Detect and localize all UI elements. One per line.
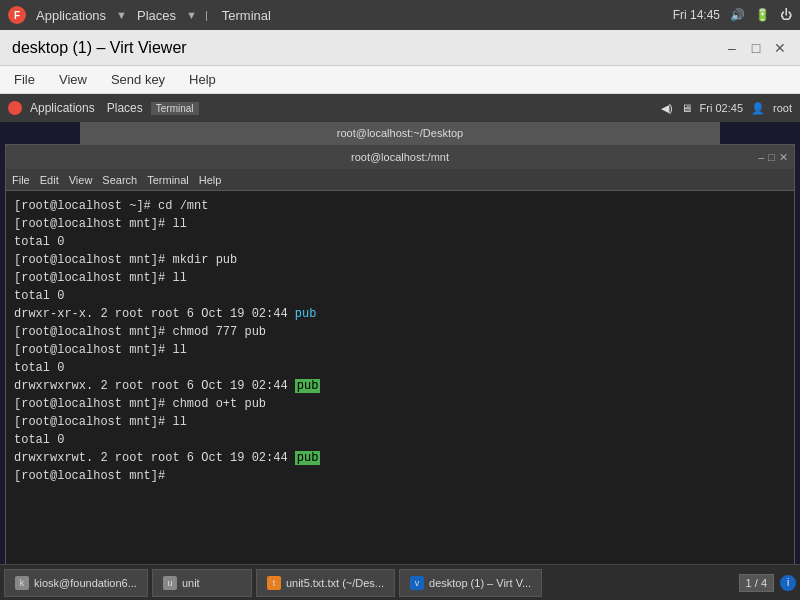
menu-file[interactable]: File: [8, 70, 41, 89]
inner-fedora-logo: [8, 101, 22, 115]
terminal-line-11: drwxrwxrwx. 2 root root 6 Oct 19 02:44 p…: [14, 377, 786, 395]
virt-titlebar: desktop (1) – Virt Viewer – □ ✕: [0, 30, 800, 66]
terminal-line-1: [root@localhost ~]# cd /mnt: [14, 197, 786, 215]
terminal-line-9: [root@localhost mnt]# ll: [14, 341, 786, 359]
terminal-close-btn[interactable]: ✕: [779, 151, 788, 164]
desktop-title: root@localhost:~/Desktop: [337, 127, 463, 139]
maximize-button[interactable]: □: [748, 40, 764, 56]
outer-taskbar-virt[interactable]: v desktop (1) – Virt V...: [399, 569, 542, 597]
dir-pub-blue: pub: [295, 307, 317, 321]
terminal-line-15: drwxrwxrwt. 2 root root 6 Oct 19 02:44 p…: [14, 449, 786, 467]
terminal-window[interactable]: root@localhost:/mnt – □ ✕ File Edit View…: [5, 144, 795, 568]
dir-pub-green-1: pub: [295, 379, 321, 393]
terminal-menu-terminal[interactable]: Terminal: [147, 174, 189, 186]
virt-viewer-window: desktop (1) – Virt Viewer – □ ✕ File Vie…: [0, 30, 800, 600]
kiosk-task-icon: k: [15, 576, 29, 590]
terminal-line-3: total 0: [14, 233, 786, 251]
inner-speaker-icon: ◀): [661, 102, 673, 115]
outer-taskbar-kiosk[interactable]: k kiosk@foundation6...: [4, 569, 148, 597]
system-bar: F Applications ▼ Places ▼ | Terminal Fri…: [0, 0, 800, 30]
terminal-line-13: [root@localhost mnt]# ll: [14, 413, 786, 431]
unit5-task-label: unit5.txt.txt (~/Des...: [286, 577, 384, 589]
virt-task-label: desktop (1) – Virt V...: [429, 577, 531, 589]
inner-system-bar: Applications Places Terminal ◀) 🖥 Fri 02…: [0, 94, 800, 122]
terminal-line-6: total 0: [14, 287, 786, 305]
terminal-maximize-btn[interactable]: □: [768, 151, 775, 164]
inner-user-label: root: [773, 102, 792, 114]
terminal-menu-view[interactable]: View: [69, 174, 93, 186]
terminal-menu-search[interactable]: Search: [102, 174, 137, 186]
terminal-line-5: [root@localhost mnt]# ll: [14, 269, 786, 287]
terminal-minimize-btn[interactable]: –: [758, 151, 764, 164]
close-button[interactable]: ✕: [772, 40, 788, 56]
system-time: Fri 14:45: [673, 8, 720, 22]
terminal-line-2: [root@localhost mnt]# ll: [14, 215, 786, 233]
terminal-title: root@localhost:/mnt: [351, 151, 449, 163]
terminal-line-8: [root@localhost mnt]# chmod 777 pub: [14, 323, 786, 341]
outer-pager[interactable]: 1 / 4: [739, 574, 774, 592]
inner-time: Fri 02:45: [700, 102, 743, 114]
power-icon: ⏻: [780, 8, 792, 22]
unit5-task-icon: t: [267, 576, 281, 590]
outer-info-icon[interactable]: i: [780, 575, 796, 591]
terminal-titlebar-buttons: – □ ✕: [758, 151, 788, 164]
battery-icon: 🔋: [755, 8, 770, 22]
system-bar-right: Fri 14:45 🔊 🔋 ⏻: [673, 8, 792, 22]
vm-display: Applications Places Terminal ◀) 🖥 Fri 02…: [0, 94, 800, 600]
menu-send-key[interactable]: Send key: [105, 70, 171, 89]
unit-task-label: unit: [182, 577, 200, 589]
outer-taskbar-unit[interactable]: u unit: [152, 569, 252, 597]
inner-bar-right: ◀) 🖥 Fri 02:45 👤 root: [661, 102, 792, 115]
speaker-icon: 🔊: [730, 8, 745, 22]
dir-pub-green-2: pub: [295, 451, 321, 465]
terminal-line-16: [root@localhost mnt]#: [14, 467, 786, 485]
terminal-line-4: [root@localhost mnt]# mkdir pub: [14, 251, 786, 269]
terminal-line-14: total 0: [14, 431, 786, 449]
inner-bar-left: Applications Places Terminal: [8, 101, 199, 115]
desktop-titlebar: root@localhost:~/Desktop: [80, 122, 720, 144]
inner-monitor-icon: 🖥: [681, 102, 692, 114]
virt-task-icon: v: [410, 576, 424, 590]
virt-window-title: desktop (1) – Virt Viewer: [12, 39, 187, 57]
inner-applications-menu[interactable]: Applications: [26, 101, 99, 115]
virt-titlebar-buttons: – □ ✕: [724, 40, 788, 56]
menu-view[interactable]: View: [53, 70, 93, 89]
terminal-titlebar: root@localhost:/mnt – □ ✕: [6, 145, 794, 169]
terminal-menubar: File Edit View Search Terminal Help: [6, 169, 794, 191]
unit-task-icon: u: [163, 576, 177, 590]
terminal-line-12: [root@localhost mnt]# chmod o+t pub: [14, 395, 786, 413]
minimize-button[interactable]: –: [724, 40, 740, 56]
terminal-menu-file[interactable]: File: [12, 174, 30, 186]
outer-taskbar-unit5[interactable]: t unit5.txt.txt (~/Des...: [256, 569, 395, 597]
menu-help[interactable]: Help: [183, 70, 222, 89]
inner-places-menu[interactable]: Places: [103, 101, 147, 115]
kiosk-task-label: kiosk@foundation6...: [34, 577, 137, 589]
applications-menu[interactable]: Applications: [30, 8, 112, 23]
fedora-logo: F: [8, 6, 26, 24]
system-bar-left: F Applications ▼ Places ▼ | Terminal: [8, 6, 277, 24]
terminal-line-7: drwxr-xr-x. 2 root root 6 Oct 19 02:44 p…: [14, 305, 786, 323]
terminal-menu-help[interactable]: Help: [199, 174, 222, 186]
places-menu[interactable]: Places: [131, 8, 182, 23]
terminal-menu-edit[interactable]: Edit: [40, 174, 59, 186]
inner-terminal-menu[interactable]: Terminal: [151, 102, 199, 115]
terminal-line-10: total 0: [14, 359, 786, 377]
virt-menubar: File View Send key Help: [0, 66, 800, 94]
outer-taskbar: k kiosk@foundation6... u unit t unit5.tx…: [0, 564, 800, 600]
terminal-menu[interactable]: Terminal: [216, 8, 277, 23]
terminal-content[interactable]: [root@localhost ~]# cd /mnt [root@localh…: [6, 191, 794, 567]
outer-taskbar-right: 1 / 4 i: [739, 574, 796, 592]
inner-user-icon: 👤: [751, 102, 765, 115]
